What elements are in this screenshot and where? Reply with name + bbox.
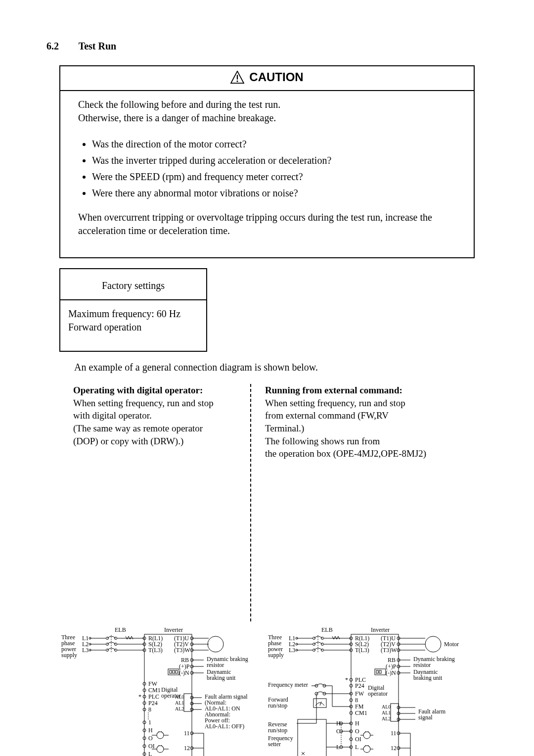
caution-bullets: Was the direction of the motor correct? … — [78, 138, 459, 200]
svg-text:(+)P: (+)P — [179, 663, 190, 670]
right-l4: the operation box (OPE-4MJ2,OPE-8MJ2) — [265, 447, 428, 460]
right-column: Running from external command: When sett… — [265, 384, 428, 621]
svg-text:AL2: AL2 — [382, 716, 391, 721]
svg-text:Digital
        operator: Digital operator — [368, 684, 388, 697]
svg-text:L3: L3 — [289, 647, 295, 654]
factory-settings-box: Factory settings Maximum frequency: 60 H… — [59, 268, 207, 352]
svg-text:Frequency meter: Frequency meter — [268, 681, 308, 688]
example-line: An example of a general connection diagr… — [74, 361, 490, 374]
svg-text:T(L3): T(L3) — [355, 647, 369, 654]
section-title: Test Run — [79, 41, 117, 51]
svg-text:braking unit: braking unit — [207, 674, 236, 681]
svg-text:AL0: AL0 — [382, 704, 391, 709]
svg-text:1: 1 — [148, 719, 151, 726]
svg-text:O: O — [336, 728, 341, 735]
left-l1: When setting frequency, run and stop — [73, 397, 236, 410]
svg-text:11: 11 — [391, 730, 397, 737]
svg-point-2 — [237, 81, 238, 82]
svg-text:ELB: ELB — [115, 626, 126, 633]
svg-text:(T3)W: (T3)W — [174, 647, 190, 654]
svg-rect-58 — [176, 670, 178, 673]
svg-rect-56 — [170, 670, 172, 673]
svg-text:8: 8 — [148, 706, 151, 713]
svg-text:RB: RB — [388, 657, 396, 663]
bullet-item: Were there any abnormal motor vibrations… — [92, 187, 459, 200]
svg-rect-176 — [376, 670, 378, 673]
connection-diagrams: Three phase power supply L1 L2 L3 ELB — [60, 624, 490, 756]
right-heading: Running from external command: — [265, 384, 428, 397]
svg-text:Three
        phase
        po: Three phase power supply — [61, 634, 78, 659]
svg-text:AL1: AL1 — [175, 700, 184, 706]
svg-text:P24: P24 — [148, 700, 158, 707]
svg-text:resistor: resistor — [413, 662, 431, 668]
svg-text:Three
        phase
        po: Three phase power supply — [268, 634, 284, 659]
right-l3: The following shows run from — [265, 435, 428, 448]
svg-point-41 — [208, 636, 223, 652]
svg-text:AL1: AL1 — [382, 710, 391, 715]
left-heading: Operating with digital operator: — [73, 384, 236, 397]
warning-triangle-icon — [230, 71, 244, 84]
caution-intro-2: Otherwise, there is a danger of machine … — [78, 111, 459, 125]
svg-text:O: O — [355, 728, 359, 735]
svg-text:Forwardrun/stop: Forwardrun/stop — [268, 696, 288, 709]
svg-text:CM1: CM1 — [355, 709, 367, 716]
svg-text:RB: RB — [181, 657, 189, 663]
left-connection-diagram: Three phase power supply L1 L2 L3 ELB — [60, 624, 265, 756]
svg-rect-218 — [298, 719, 326, 756]
svg-rect-211 — [313, 699, 326, 708]
svg-text:L3: L3 — [82, 647, 89, 654]
right-l2: from external command (FW,RV Terminal.) — [265, 409, 428, 434]
right-connection-diagram: Three phase power supply L1 L2 L3 ELB — [267, 624, 490, 756]
svg-text:O: O — [148, 735, 153, 742]
svg-text:Fault alarmsignal: Fault alarmsignal — [418, 708, 446, 721]
svg-text:(-)N: (-)N — [179, 669, 189, 676]
svg-text:11: 11 — [184, 730, 190, 737]
svg-text:L: L — [148, 751, 152, 756]
svg-text:*: * — [138, 693, 141, 700]
factory-line-2: Forward operation — [68, 321, 206, 334]
svg-text:12: 12 — [391, 745, 397, 752]
left-l3: (The same way as remote operator — [73, 422, 236, 435]
section-number: 6.2 — [46, 40, 76, 53]
svg-text:(+)P: (+)P — [386, 663, 397, 670]
svg-text:(T3)W: (T3)W — [381, 647, 397, 654]
vertical-separator — [250, 384, 251, 621]
caution-header: CAUTION — [60, 66, 474, 91]
svg-text:AL0: AL0 — [175, 694, 184, 700]
svg-text:H: H — [355, 720, 359, 727]
svg-text:FW: FW — [355, 690, 364, 697]
bullet-item: Were the SPEED (rpm) and frequency meter… — [92, 170, 459, 184]
caution-intro-1: Check the following before and during th… — [78, 98, 459, 111]
left-column: Operating with digital operator: When se… — [73, 384, 236, 621]
caution-label: CAUTION — [249, 69, 303, 85]
right-l1: When setting frequency, run and stop — [265, 397, 428, 410]
svg-text:resistor: resistor — [207, 662, 224, 668]
svg-text:8: 8 — [355, 697, 358, 704]
svg-text:H: H — [148, 727, 153, 734]
svg-text:Inverter: Inverter — [371, 626, 390, 633]
svg-rect-177 — [379, 670, 381, 673]
svg-text:T(L3): T(L3) — [148, 647, 163, 654]
svg-text:12: 12 — [184, 745, 190, 752]
bullet-item: Was the inverter tripped during accelera… — [92, 154, 459, 167]
svg-rect-57 — [173, 670, 175, 673]
svg-point-160 — [425, 636, 441, 652]
svg-text:(-)N: (-)N — [386, 669, 396, 676]
svg-line-212 — [320, 702, 321, 706]
svg-text:AL0-AL1: OFF): AL0-AL1: OFF) — [205, 723, 244, 730]
svg-text:CM1: CM1 — [148, 687, 161, 694]
bullet-item: Was the direction of the motor correct? — [92, 138, 459, 151]
svg-text:AL2: AL2 — [175, 706, 184, 711]
two-column-text: Operating with digital operator: When se… — [73, 384, 490, 621]
svg-text:FW: FW — [148, 680, 158, 687]
svg-text:OI: OI — [148, 743, 155, 750]
svg-text:L: L — [355, 744, 358, 751]
svg-text:ELB: ELB — [321, 626, 333, 633]
svg-text:Reverserun/stop: Reverserun/stop — [268, 721, 287, 734]
factory-heading: Factory settings — [60, 269, 206, 300]
caution-body: Check the following before and during th… — [60, 91, 474, 257]
svg-text:Motor: Motor — [444, 641, 459, 648]
left-l2: with digital operator. — [73, 409, 236, 422]
left-l4: (DOP) or copy with (DRW).) — [73, 435, 236, 448]
svg-text:PLC: PLC — [148, 693, 159, 700]
